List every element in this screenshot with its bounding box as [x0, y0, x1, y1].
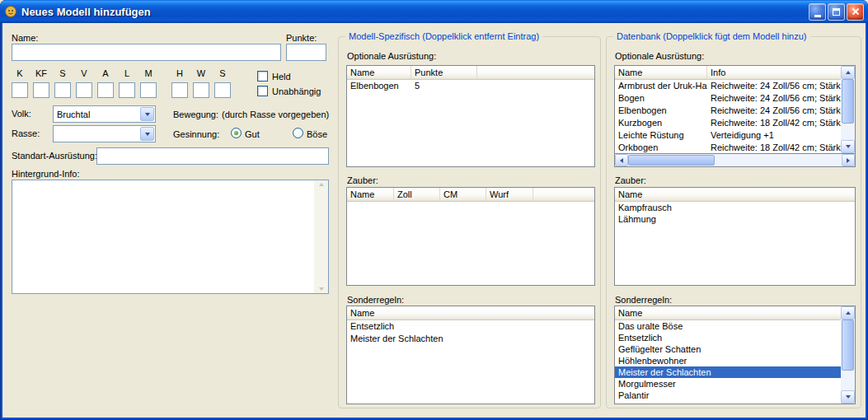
scrollbar-thumb[interactable]: [842, 320, 854, 371]
list-row[interactable]: Morgulmesser: [615, 378, 855, 390]
list-row[interactable]: Orkbogen Reichweite: 18 Zoll/42 cm; Stär…: [615, 142, 855, 154]
volk-select[interactable]: Bruchtal: [53, 105, 156, 123]
list-row[interactable]: Kurzbogen Reichweite: 18 Zoll/42 cm; Stä…: [615, 117, 855, 129]
column-header-filler: [477, 66, 594, 80]
cell-name: Elbenbogen: [347, 80, 411, 92]
unabhaengig-checkbox[interactable]: [257, 86, 268, 96]
cell-name: Elbenbogen: [615, 105, 707, 117]
stat-a-input[interactable]: [97, 82, 114, 98]
list-row[interactable]: Entsetzlich: [347, 320, 594, 333]
modell-zauber-list[interactable]: Name Zoll CM Wurf: [346, 187, 595, 286]
stat-s2-input[interactable]: [214, 82, 231, 98]
standart-ausruestung-input[interactable]: [96, 147, 329, 165]
modell-optionale-list[interactable]: Name Punkte Elbenbogen 5: [346, 65, 595, 167]
stat-w-input[interactable]: [193, 82, 209, 98]
list-row[interactable]: Palantir: [615, 390, 855, 401]
column-header-wurf[interactable]: Wurf: [486, 188, 533, 202]
scroll-down-button[interactable]: [841, 140, 855, 153]
maximize-button[interactable]: [828, 3, 845, 21]
scrollbar-track[interactable]: [841, 320, 855, 390]
stat-h-input[interactable]: [171, 82, 188, 98]
column-header-name[interactable]: Name: [615, 66, 707, 80]
column-header-cm[interactable]: CM: [440, 188, 486, 202]
stat-l-label: L: [124, 68, 129, 79]
cell-name: Armbrust der Uruk-Hai: [615, 80, 707, 92]
horizontal-scrollbar[interactable]: [614, 153, 856, 167]
list-row[interactable]: Bogen Reichweite: 24 Zoll/56 cm; Stärke: [615, 92, 855, 105]
list-row[interactable]: Das uralte Böse: [615, 320, 855, 332]
modell-sonderregeln-list[interactable]: Name Entsetzlich Meister der Schlachten: [346, 306, 595, 404]
hintergrund-info-input[interactable]: [12, 180, 314, 293]
held-checkbox[interactable]: [257, 71, 268, 82]
cell-info: Reichweite: 24 Zoll/56 cm; Stärke: [707, 105, 855, 117]
held-label: Held: [272, 72, 291, 82]
scroll-down-icon: [846, 145, 851, 148]
list-row[interactable]: Entsetzlich: [615, 332, 855, 343]
gesinnung-label: Gesinnung:: [173, 129, 219, 140]
db-sonderregeln-list[interactable]: Name Das uralte Böse Entsetzlich Geflüge…: [614, 306, 856, 404]
stat-v-input[interactable]: [76, 82, 92, 98]
column-header-filler: [533, 188, 594, 202]
title-bar[interactable]: Neues Modell hinzufügen: [0, 0, 868, 23]
close-icon: [852, 7, 860, 16]
list-row[interactable]: Geflügelter Schatten: [615, 343, 855, 355]
stat-l-input[interactable]: [119, 82, 135, 98]
cell-name: Meister der Schlachten: [615, 366, 855, 378]
list-row[interactable]: Kampfrausch: [615, 202, 855, 213]
scroll-up-button[interactable]: [841, 66, 855, 79]
list-row[interactable]: Leichte Rüstung Verteidigung +1: [615, 129, 855, 142]
db-sonderregeln-label: Sonderregeln:: [615, 295, 672, 306]
dialog-window: Neues Modell hinzufügen Name: Punkte: K: [0, 0, 868, 420]
vertical-scrollbar[interactable]: [841, 306, 855, 404]
scroll-right-icon: [847, 158, 850, 163]
gut-label: Gut: [245, 129, 260, 140]
scrollbar-track[interactable]: [841, 79, 855, 140]
column-header-name[interactable]: Name: [347, 188, 394, 202]
stat-m-input[interactable]: [140, 82, 157, 98]
vertical-scrollbar[interactable]: [841, 66, 855, 153]
column-header-punkte[interactable]: Punkte: [411, 66, 477, 80]
cell-name: Geflügelter Schatten: [615, 343, 855, 355]
volk-dropdown-button[interactable]: [140, 107, 154, 121]
column-header-name[interactable]: Name: [615, 306, 855, 320]
scrollbar-track[interactable]: [628, 154, 842, 166]
stat-s-input[interactable]: [54, 82, 71, 98]
list-row[interactable]: Elbenbogen Reichweite: 24 Zoll/56 cm; St…: [615, 105, 855, 117]
stat-s-label: S: [59, 68, 65, 79]
column-header-name[interactable]: Name: [615, 188, 855, 202]
scroll-up-button[interactable]: [841, 306, 855, 320]
column-header-name[interactable]: Name: [347, 66, 411, 80]
db-optionale-list[interactable]: Name Info Armbrust der Uruk-Hai Reichwei…: [614, 65, 856, 154]
scroll-right-button[interactable]: [842, 154, 855, 166]
rasse-dropdown-button[interactable]: [140, 127, 154, 141]
stat-k-input[interactable]: [12, 82, 28, 98]
minimize-button[interactable]: [809, 3, 826, 21]
list-row-selected[interactable]: Meister der Schlachten: [615, 366, 855, 378]
dialog-body: Name: Punkte: K KF S V A: [2, 23, 866, 418]
column-header-name[interactable]: Name: [347, 306, 594, 320]
scrollbar-thumb[interactable]: [842, 79, 854, 124]
rasse-select[interactable]: [53, 125, 156, 142]
bewegung-label: Bewegung:: [173, 110, 218, 120]
scroll-down-button[interactable]: [841, 390, 855, 404]
list-row[interactable]: Meister der Schlachten: [347, 333, 594, 345]
list-row[interactable]: Lähmung: [615, 213, 855, 225]
scroll-left-button[interactable]: [615, 154, 628, 166]
name-input[interactable]: [12, 44, 281, 61]
cell-name: Bogen: [615, 92, 707, 105]
list-row[interactable]: Armbrust der Uruk-Hai Reichweite: 24 Zol…: [615, 80, 855, 92]
list-row[interactable]: Höhlenbewohner: [615, 355, 855, 366]
column-header-zoll[interactable]: Zoll: [394, 188, 440, 202]
scrollbar-thumb[interactable]: [628, 155, 715, 166]
close-button[interactable]: [847, 3, 864, 21]
standart-ausruestung-label: Standart-Ausrüstung:: [12, 151, 97, 161]
boese-radio[interactable]: [293, 128, 303, 138]
db-zauber-list[interactable]: Name Kampfrausch Lähmung: [614, 187, 856, 286]
column-header-info[interactable]: Info: [707, 66, 855, 80]
gut-radio[interactable]: [231, 128, 242, 138]
list-row[interactable]: Elbenbogen 5: [347, 80, 594, 92]
stat-kf-input[interactable]: [33, 82, 49, 98]
list-row[interactable]: Standarte: [615, 401, 855, 404]
db-optionale-header: Name Info: [615, 66, 855, 80]
punkte-input[interactable]: [286, 44, 326, 61]
